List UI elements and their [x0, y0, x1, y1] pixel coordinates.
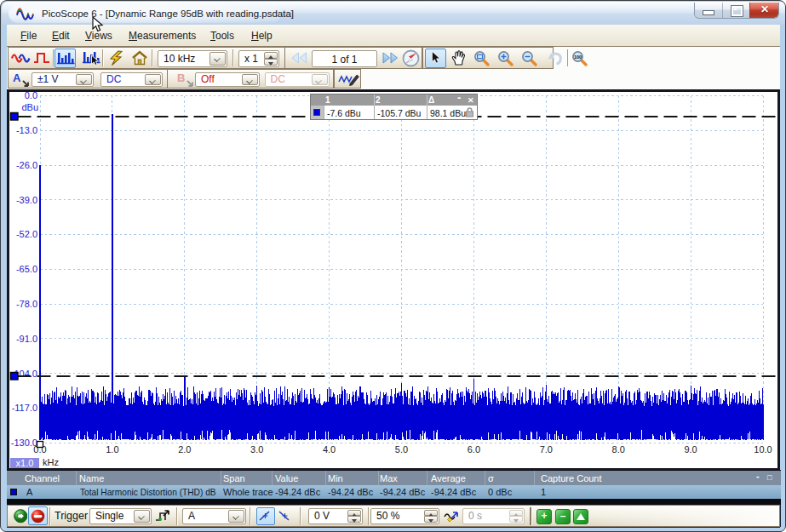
svg-text:-26.0: -26.0	[16, 160, 37, 170]
svg-text:-39.0: -39.0	[16, 195, 37, 205]
svg-text:dBu: dBu	[21, 102, 38, 112]
svg-text:8.0: 8.0	[612, 444, 625, 455]
svg-text:10.0: 10.0	[754, 444, 772, 455]
svg-text:-91.0: -91.0	[16, 334, 37, 344]
svg-text:6.0: 6.0	[468, 444, 480, 455]
svg-text:3.0: 3.0	[250, 444, 263, 455]
svg-text:2.0: 2.0	[178, 444, 191, 455]
svg-text:7.0: 7.0	[540, 444, 553, 455]
svg-text:4.0: 4.0	[323, 444, 336, 455]
svg-text:-78.0: -78.0	[16, 299, 37, 309]
svg-text:5.0: 5.0	[395, 444, 408, 455]
svg-text:9.0: 9.0	[684, 444, 697, 455]
svg-text:1.0: 1.0	[106, 444, 118, 455]
svg-text:-52.0: -52.0	[16, 229, 37, 239]
svg-text:-117.0: -117.0	[12, 403, 37, 413]
svg-text:-65.0: -65.0	[16, 264, 37, 274]
svg-text:0.0: 0.0	[25, 90, 37, 100]
svg-text:-13.0: -13.0	[16, 125, 37, 135]
